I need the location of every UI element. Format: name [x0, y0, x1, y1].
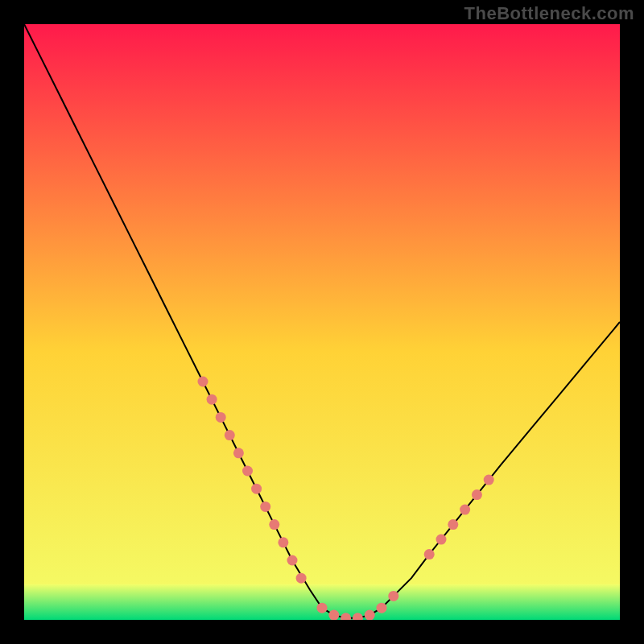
- data-dot: [472, 489, 482, 500]
- chart-svg: [24, 24, 620, 620]
- data-dot: [216, 412, 226, 423]
- data-dot: [328, 610, 339, 620]
- data-dot: [242, 466, 253, 477]
- data-dot: [269, 519, 279, 530]
- plot-area: [24, 24, 620, 620]
- data-dot: [388, 591, 398, 601]
- data-dot: [377, 603, 387, 613]
- data-dot: [484, 475, 494, 485]
- data-dot: [225, 430, 235, 440]
- data-dot: [424, 549, 435, 559]
- data-dot: [448, 519, 458, 530]
- gradient-background: [24, 24, 620, 620]
- data-dot: [233, 448, 244, 458]
- data-dot: [198, 377, 208, 387]
- bottom-band: [24, 584, 620, 620]
- watermark-text: TheBottleneck.com: [464, 3, 634, 24]
- data-dot: [287, 555, 298, 566]
- chart-frame: TheBottleneck.com: [0, 0, 644, 644]
- data-dot: [251, 484, 262, 494]
- data-dot: [365, 610, 375, 620]
- data-dot: [460, 505, 470, 515]
- data-dot: [436, 535, 447, 545]
- data-dot: [317, 603, 328, 613]
- data-dot: [260, 502, 270, 512]
- data-dot: [278, 537, 288, 547]
- data-dot: [207, 394, 217, 405]
- data-dot: [296, 573, 307, 584]
